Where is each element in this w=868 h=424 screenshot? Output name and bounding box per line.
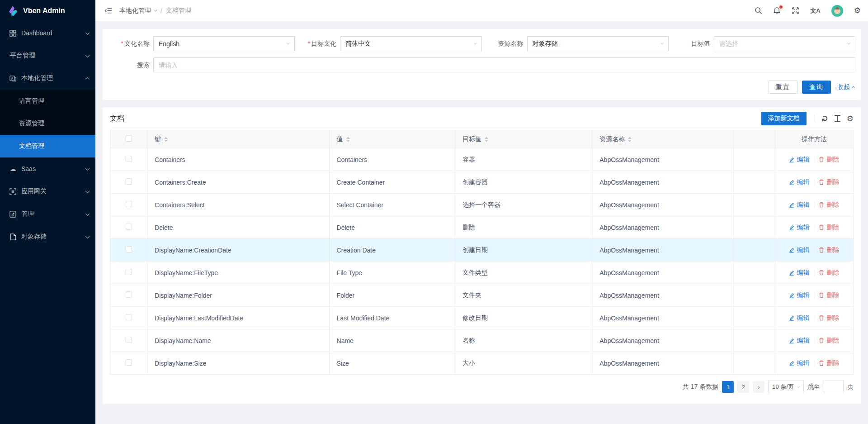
edit-button[interactable]: 编辑	[789, 337, 809, 345]
delete-button[interactable]: 删除	[819, 337, 839, 345]
chevron-down-icon	[660, 42, 664, 45]
edit-button[interactable]: 编辑	[789, 246, 809, 254]
sidebar-item-saas[interactable]: ☁ Saas	[0, 157, 95, 180]
edit-button[interactable]: 编辑	[789, 359, 809, 367]
table-row[interactable]: Containers Containers 容器 AbpOssManagemen…	[110, 148, 854, 171]
sidebar-item-resource-mgmt[interactable]: 资源管理	[0, 112, 95, 135]
key-cell: DisplayName:LastModifiedDate	[147, 307, 329, 329]
sidebar-item-gateway[interactable]: 应用网关	[0, 180, 95, 203]
user-avatar[interactable]	[831, 5, 843, 17]
sort-icon[interactable]	[346, 137, 350, 142]
table-row[interactable]: DisplayName:CreationDate Creation Date 创…	[110, 239, 854, 262]
row-checkbox[interactable]	[126, 156, 132, 162]
collapse-link[interactable]: 收起	[837, 83, 854, 91]
target-value-select[interactable]: 请选择	[714, 36, 855, 51]
page-button-2[interactable]: 2	[737, 381, 749, 393]
target-culture-label: *目标文化	[295, 40, 340, 48]
row-checkbox[interactable]	[126, 224, 132, 230]
edit-button[interactable]: 编辑	[789, 224, 809, 232]
search-input[interactable]	[159, 62, 850, 69]
column-settings-gear-icon[interactable]: ⚙	[847, 115, 854, 123]
empty-cell	[733, 352, 775, 375]
query-button[interactable]: 查询	[802, 81, 831, 94]
culture-select[interactable]: English	[153, 36, 295, 51]
row-height-icon[interactable]	[835, 115, 840, 122]
sidebar-item-dashboard[interactable]: Dashboard	[0, 22, 95, 44]
target-culture-select[interactable]: 简体中文	[340, 36, 481, 51]
delete-button[interactable]: 删除	[819, 156, 839, 164]
delete-button[interactable]: 删除	[819, 269, 839, 277]
edit-button[interactable]: 编辑	[789, 269, 809, 277]
svg-text:A: A	[11, 76, 13, 80]
edit-button[interactable]: 编辑	[789, 178, 809, 186]
table-row[interactable]: DisplayName:Folder Folder 文件夹 AbpOssMana…	[110, 284, 854, 307]
delete-button[interactable]: 删除	[819, 246, 839, 254]
sidebar-item-language-mgmt[interactable]: 语言管理	[0, 90, 95, 112]
next-page-button[interactable]: ›	[753, 381, 764, 393]
logo[interactable]: Vben Admin	[0, 0, 95, 22]
fullscreen-icon[interactable]	[792, 7, 799, 14]
select-all-header[interactable]	[110, 130, 147, 148]
breadcrumb-separator: /	[160, 7, 162, 14]
settings-gear-icon[interactable]: ⚙	[854, 7, 861, 14]
translate-icon[interactable]: 文A	[810, 7, 820, 15]
delete-button[interactable]: 删除	[819, 178, 839, 186]
breadcrumb-parent[interactable]: 本地化管理	[119, 7, 151, 15]
sidebar-item-label: 管理	[21, 210, 86, 218]
jump-page-input[interactable]	[824, 381, 844, 393]
sidebar-item-platform[interactable]: 平台管理	[0, 44, 95, 67]
target-value-label: 目标值	[669, 40, 714, 48]
edit-button[interactable]: 编辑	[789, 291, 809, 300]
row-checkbox[interactable]	[126, 337, 132, 343]
delete-button[interactable]: 删除	[819, 314, 839, 322]
column-header-value[interactable]: 值	[329, 130, 455, 148]
table-row[interactable]: Delete Delete 删除 AbpOssManagement 编辑	[110, 216, 854, 239]
row-checkbox[interactable]	[126, 246, 132, 252]
notification-bell-icon[interactable]	[773, 7, 781, 14]
resource-select[interactable]: 对象存储	[527, 36, 669, 51]
column-header-resource[interactable]: 资源名称	[592, 130, 733, 148]
delete-button[interactable]: 删除	[819, 224, 839, 232]
search-icon[interactable]	[755, 7, 762, 14]
toolbar-divider	[814, 115, 814, 122]
row-checkbox[interactable]	[126, 291, 132, 298]
table-row[interactable]: DisplayName:LastModifiedDate Last Modifi…	[110, 307, 854, 329]
target-cell: 名称	[455, 329, 592, 352]
page-button-1[interactable]: 1	[722, 381, 734, 393]
table-row[interactable]: DisplayName:Name Name 名称 AbpOssManagemen…	[110, 329, 854, 352]
sidebar-item-localization[interactable]: A 本地化管理	[0, 67, 95, 90]
table-row[interactable]: DisplayName:FileType File Type 文件类型 AbpO…	[110, 262, 854, 284]
table-row[interactable]: Containers:Select Select Container 选择一个容…	[110, 194, 854, 216]
row-checkbox[interactable]	[126, 178, 132, 185]
value-cell: Create Container	[329, 171, 455, 194]
row-checkbox[interactable]	[126, 314, 132, 320]
sidebar-item-management[interactable]: 管理	[0, 203, 95, 225]
row-checkbox[interactable]	[126, 269, 132, 275]
target-cell: 修改日期	[455, 307, 592, 329]
row-checkbox[interactable]	[126, 201, 132, 207]
delete-button[interactable]: 删除	[819, 291, 839, 300]
sort-icon[interactable]	[628, 137, 632, 142]
document-table-card: 文档 添加新文档 ↻ ⚙	[103, 107, 861, 404]
delete-button[interactable]: 删除	[819, 201, 839, 209]
target-value-placeholder: 请选择	[719, 40, 738, 48]
sort-icon[interactable]	[164, 137, 168, 142]
sidebar-item-document-mgmt[interactable]: 文档管理	[0, 135, 95, 157]
sort-icon[interactable]	[485, 137, 488, 142]
refresh-icon[interactable]: ↻	[820, 115, 830, 122]
select-all-checkbox[interactable]	[126, 135, 132, 142]
edit-button[interactable]: 编辑	[789, 156, 809, 164]
sidebar-item-oss[interactable]: 对象存储	[0, 225, 95, 248]
delete-button[interactable]: 删除	[819, 359, 839, 367]
table-row[interactable]: Containers:Create Create Container 创建容器 …	[110, 171, 854, 194]
menu-fold-icon[interactable]	[104, 7, 112, 14]
edit-button[interactable]: 编辑	[789, 314, 809, 322]
add-document-button[interactable]: 添加新文档	[761, 112, 807, 125]
column-header-key[interactable]: 键	[147, 130, 329, 148]
row-checkbox[interactable]	[126, 359, 132, 366]
edit-button[interactable]: 编辑	[789, 201, 809, 209]
column-header-target[interactable]: 目标值	[455, 130, 592, 148]
page-size-select[interactable]: 10 条/页	[768, 381, 804, 393]
table-row[interactable]: DisplayName:Size Size 大小 AbpOssManagemen…	[110, 352, 854, 375]
reset-button[interactable]: 重置	[769, 81, 797, 94]
